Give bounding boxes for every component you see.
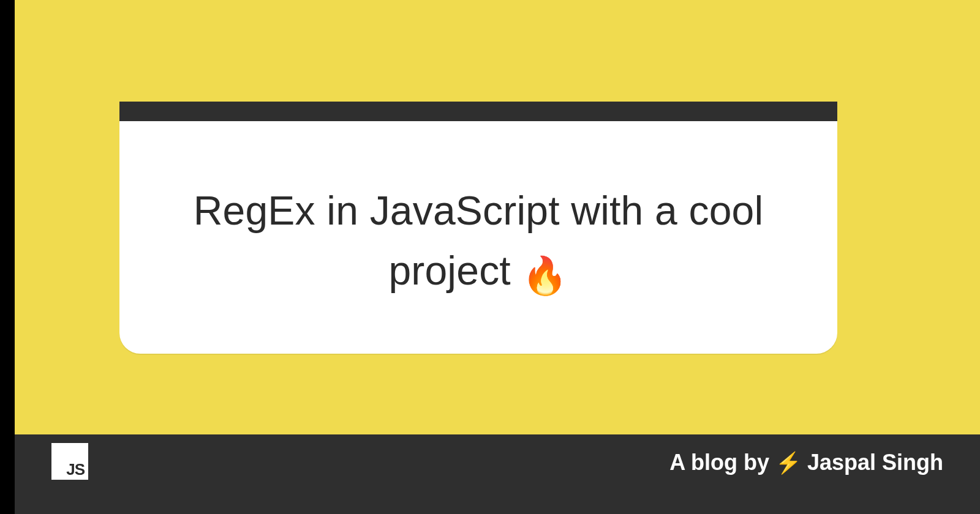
bolt-icon: ⚡ bbox=[775, 452, 801, 473]
title-card: RegEx in JavaScript with a cool project … bbox=[119, 102, 837, 354]
fire-icon: 🔥 bbox=[522, 255, 568, 296]
byline: A blog by ⚡ Jaspal Singh bbox=[669, 450, 943, 475]
byline-prefix: A blog by bbox=[669, 450, 769, 475]
js-logo: JS bbox=[51, 443, 88, 480]
post-title: RegEx in JavaScript with a cool project … bbox=[119, 121, 837, 303]
byline-author: Jaspal Singh bbox=[807, 450, 943, 475]
card-topbar bbox=[119, 102, 837, 121]
post-title-text: RegEx in JavaScript with a cool project bbox=[194, 188, 764, 293]
js-logo-text: JS bbox=[66, 461, 85, 477]
